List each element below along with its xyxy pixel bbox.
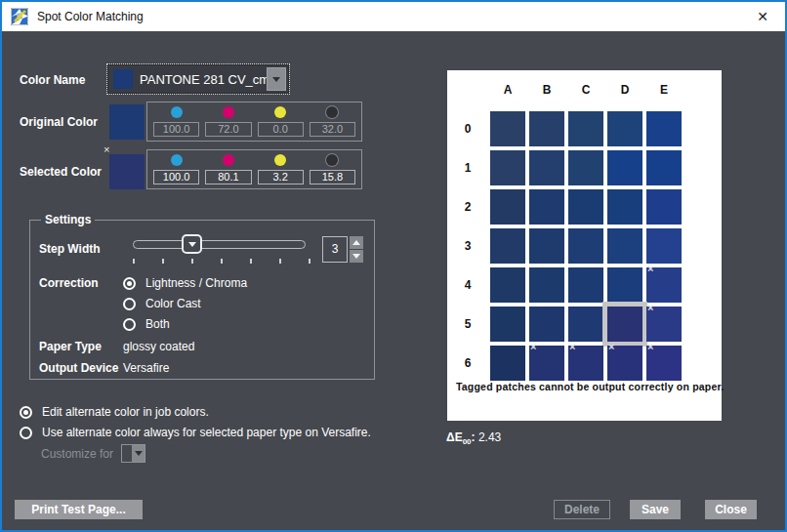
magenta-value-field[interactable]: 80.1 (205, 170, 251, 184)
color-name-dropdown[interactable]: PANTONE 281 CV_cmyk (107, 64, 289, 94)
slider-tick (250, 259, 252, 264)
color-patch-B6[interactable]: × (529, 346, 564, 381)
slider-tick (191, 259, 193, 264)
color-patch-C4[interactable] (568, 267, 603, 303)
color-patch-E1[interactable] (646, 150, 682, 185)
color-patch-A1[interactable] (490, 150, 525, 185)
settings-title: Settings (41, 213, 95, 226)
color-patch-A2[interactable] (490, 189, 525, 225)
color-patch-D5[interactable] (607, 307, 642, 342)
alternate-option-always-use[interactable]: Use alternate color always for selected … (20, 425, 371, 440)
color-patch-D3[interactable] (607, 228, 642, 264)
selected-cyan-channel: 100.0 (150, 154, 202, 184)
color-patch-C5[interactable] (568, 307, 603, 342)
color-patch-E3[interactable] (646, 228, 682, 264)
selected-yellow-channel: 3.2 (255, 154, 307, 184)
selected-color-channels: 100.080.13.215.8 (146, 149, 362, 189)
color-patch-C1[interactable] (568, 150, 603, 185)
color-patch-B5[interactable] (529, 307, 564, 342)
color-patch-C0[interactable] (568, 111, 603, 146)
correction-option-color-cast[interactable]: Color Cast (123, 296, 201, 311)
radio-icon[interactable] (20, 427, 32, 439)
dropdown-arrow-button[interactable] (267, 67, 286, 91)
color-patch-D1[interactable] (607, 150, 642, 185)
color-patch-A3[interactable] (490, 228, 525, 264)
color-name-label: Color Name (20, 73, 85, 87)
cyan-value-field: 100.0 (153, 122, 199, 137)
original-magenta-channel: 72.0 (202, 106, 254, 137)
color-patch-D4[interactable] (607, 267, 642, 303)
close-icon[interactable]: ✕ (749, 2, 776, 31)
color-patch-B2[interactable] (529, 189, 564, 225)
color-patch-B3[interactable] (529, 228, 564, 264)
slider-tick (133, 259, 135, 264)
row-header-2: 2 (458, 200, 477, 214)
color-patch-A0[interactable] (490, 111, 525, 146)
color-patch-B4[interactable] (529, 267, 564, 303)
color-patch-C3[interactable] (568, 228, 603, 264)
radio-icon[interactable] (20, 406, 32, 419)
tagged-x-icon: × (647, 303, 653, 313)
cyan-value-field[interactable]: 100.0 (153, 170, 199, 184)
color-patch-C2[interactable] (568, 189, 603, 225)
correction-option-lightness-chroma[interactable]: Lightness / Chroma (123, 275, 247, 291)
black-value-field: 32.0 (310, 122, 355, 137)
output-device-label: Output Device (39, 361, 118, 375)
color-patch-E4[interactable]: × (646, 267, 682, 303)
color-patch-E5[interactable]: × (646, 307, 682, 342)
color-name-swatch (113, 69, 133, 89)
radio-icon[interactable] (123, 277, 136, 290)
color-patch-E0[interactable] (646, 111, 682, 146)
print-test-page-button[interactable]: Print Test Page... (15, 500, 143, 519)
window-title: Spot Color Matching (37, 10, 144, 23)
delta-e-readout: ΔE00: 2.43 (446, 430, 501, 446)
color-patch-B0[interactable] (529, 111, 564, 146)
color-patch-A6[interactable] (490, 346, 525, 381)
dropdown-arrow-button[interactable] (132, 445, 145, 462)
paper-type-label: Paper Type (39, 340, 102, 353)
settings-group: Settings Step Width 3 Correction Lightne… (29, 220, 375, 380)
delete-button[interactable]: Delete (554, 500, 610, 519)
correction-option-both[interactable]: Both (123, 316, 170, 332)
row-header-5: 5 (458, 317, 477, 331)
save-button[interactable]: Save (630, 500, 681, 519)
color-patch-D0[interactable] (607, 111, 642, 146)
arrow-up-icon (352, 240, 360, 245)
step-width-slider-handle[interactable] (182, 234, 202, 254)
color-patch-A5[interactable] (490, 307, 525, 342)
color-name-value: PANTONE 281 CV_cmyk (140, 72, 267, 87)
slider-tick (221, 259, 223, 264)
spinner-down-button[interactable] (350, 250, 363, 263)
radio-icon[interactable] (123, 298, 136, 310)
color-patch-E2[interactable] (646, 189, 682, 225)
color-patch-D2[interactable] (607, 189, 642, 225)
spinner-up-button[interactable] (350, 236, 363, 249)
close-button[interactable]: Close (705, 500, 757, 519)
yellow-value-field[interactable]: 3.2 (258, 170, 304, 184)
arrow-down-icon (352, 254, 360, 259)
radio-label: Lightness / Chroma (145, 276, 247, 290)
step-width-slider-track[interactable] (133, 240, 306, 249)
color-patch-E6[interactable]: × (646, 346, 682, 381)
black-value-field[interactable]: 15.8 (310, 170, 355, 184)
chevron-down-icon (272, 77, 280, 82)
row-header-0: 0 (458, 122, 477, 136)
color-patch-A4[interactable] (490, 267, 525, 303)
selected-color-swatch[interactable] (109, 154, 145, 189)
step-width-value-field[interactable]: 3 (322, 236, 348, 263)
alternate-option-edit-job-colors[interactable]: Edit alternate color in job colors. (20, 404, 209, 420)
color-patch-D6[interactable]: × (607, 346, 642, 381)
color-patch-B1[interactable] (529, 150, 564, 185)
radio-icon[interactable] (123, 318, 136, 331)
slider-tick (162, 259, 164, 264)
output-device-value: Versafire (123, 361, 169, 375)
customize-for-dropdown[interactable] (121, 444, 145, 463)
yellow-dot-icon (274, 106, 286, 118)
tagged-patches-note: Tagged patches cannot be output correctl… (456, 381, 724, 392)
app-icon (11, 8, 28, 25)
color-patch-C6[interactable]: × (568, 346, 603, 381)
column-header-C: C (568, 83, 603, 97)
correction-label: Correction (39, 276, 99, 290)
row-header-3: 3 (458, 239, 477, 253)
yellow-dot-icon (274, 154, 286, 166)
